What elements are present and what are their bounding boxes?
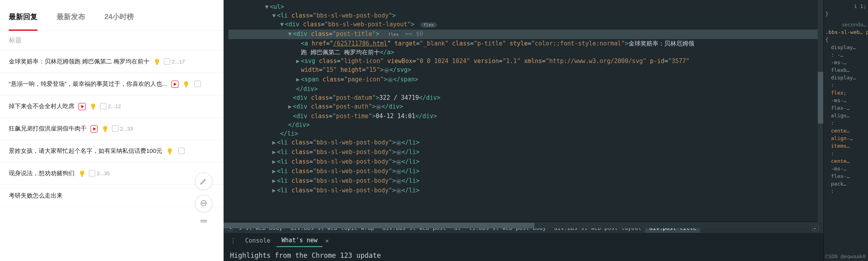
reply-count[interactable]: 2...33 <box>113 126 133 132</box>
stack-icon <box>165 59 170 65</box>
stack-icon <box>90 171 95 176</box>
svg-rect-5 <box>81 176 83 177</box>
tab-24h-rank[interactable]: 24小时榜 <box>104 12 134 26</box>
drawer-menu-icon[interactable]: ⋮ <box>228 237 239 245</box>
svg-rect-4 <box>169 154 171 154</box>
post-title[interactable]: 金球奖赔率：贝林厄姆领跑 姆巴佩第二 梅罗均在前十 <box>9 58 149 65</box>
svg-rect-0 <box>156 64 158 65</box>
flex-badge[interactable]: flex <box>420 22 437 28</box>
bulb-icon <box>90 103 97 110</box>
post-title[interactable]: 考研失败怎么走出来 <box>9 192 63 200</box>
bulb-icon <box>79 170 86 177</box>
play-icon[interactable] <box>171 81 179 88</box>
stack-icon <box>101 104 106 109</box>
vertical-scroll-thumb[interactable] <box>818 72 823 124</box>
post-title[interactable]: 掉下来会不会全村人吃席 <box>9 103 75 110</box>
watermark: CSDN @eqwaak0 <box>825 253 866 259</box>
stack-icon <box>179 148 185 154</box>
post-title[interactable]: 现身说法，想劝劝赌狗们 <box>9 170 75 177</box>
svg-point-8 <box>203 203 204 204</box>
post-row[interactable]: 现身说法，想劝劝赌狗们 2...35 <box>0 162 224 185</box>
svg-rect-3 <box>104 131 106 132</box>
reply-count[interactable]: 2...17 <box>165 59 185 65</box>
svg-point-7 <box>202 203 203 204</box>
forum-sidebar: 最新回复 最新发布 24小时榜 标题 金球奖赔率：贝林厄姆领跑 姆巴佩第二 梅罗… <box>0 0 224 261</box>
reply-count[interactable]: 2...12 <box>101 103 121 109</box>
svg-rect-1 <box>185 87 187 87</box>
comment-button[interactable] <box>195 195 212 212</box>
drawer-tab-whatsnew[interactable]: What's new <box>277 234 322 247</box>
bulb-icon <box>102 125 109 132</box>
title-filter-input[interactable]: 标题 <box>0 31 224 51</box>
drawer-tab-console[interactable]: Console <box>240 235 275 247</box>
play-icon[interactable] <box>90 125 98 132</box>
styles-panel[interactable]: i 1; } seconda… .bbs-sl-web… post-body .… <box>823 0 868 261</box>
devtools-drawer: ⋮ Console What's new ✕ Highlights from t… <box>224 233 823 261</box>
bulb-icon <box>166 148 173 155</box>
post-row[interactable]: 掉下来会不会全村人吃席 2...12 <box>0 95 224 118</box>
horizontal-scroll-thumb[interactable] <box>224 223 534 228</box>
elements-panel: ▼<ul> ▼<li class="bbs-sl-web-post-body">… <box>224 0 823 261</box>
post-title[interactable]: 景姓女孩，请大家帮忙起个名字，如有采纳私信话费100元 <box>9 147 162 155</box>
floating-toolbar <box>195 172 212 225</box>
more-tool-button[interactable] <box>195 217 212 225</box>
bulb-icon <box>153 58 161 65</box>
tab-bar: 最新回复 最新发布 24小时榜 <box>0 0 224 31</box>
post-row[interactable]: 考研失败怎么走出来 <box>0 185 224 207</box>
post-row[interactable]: 金球奖赔率：贝林厄姆领跑 姆巴佩第二 梅罗均在前十 2...17 <box>0 51 224 73</box>
drawer-tab-close-icon[interactable]: ✕ <box>324 237 330 244</box>
post-list: 金球奖赔率：贝林厄姆领跑 姆巴佩第二 梅罗均在前十 2...17“悬溺一响，纯爱… <box>0 51 224 207</box>
svg-rect-2 <box>92 109 94 110</box>
post-title[interactable]: “悬溺一响，纯爱登场”，最幸福的事莫过于，你喜欢的人也... <box>9 80 167 88</box>
reply-count[interactable]: 2...35 <box>90 170 110 176</box>
tab-latest-post[interactable]: 最新发布 <box>57 12 85 26</box>
drawer-headline: Highlights from the Chrome 123 update <box>224 247 823 261</box>
post-row[interactable]: 景姓女孩，请大家帮忙起个名字，如有采纳私信话费100元 <box>0 140 224 162</box>
devtools-panel: ▼<ul> ▼<li class="bbs-sl-web-post-body">… <box>224 0 868 261</box>
stack-icon <box>113 126 118 132</box>
play-icon[interactable] <box>79 103 86 110</box>
selected-dom-node[interactable]: ▼<div class="post-title"> flex == $0 <box>228 30 823 39</box>
post-row[interactable]: 狂飙兄弟打假洪崖洞假牛肉干 2...33 <box>0 118 224 140</box>
post-row[interactable]: “悬溺一响，纯爱登场”，最幸福的事莫过于，你喜欢的人也... <box>0 73 224 95</box>
tab-latest-reply[interactable]: 最新回复 <box>9 12 37 31</box>
stack-icon <box>195 81 201 87</box>
dom-tree[interactable]: ▼<ul> ▼<li class="bbs-sl-web-post-body">… <box>224 0 823 221</box>
post-title[interactable]: 狂飙兄弟打假洪崖洞假牛肉干 <box>9 125 86 132</box>
write-post-button[interactable] <box>195 172 212 190</box>
svg-point-9 <box>205 203 206 204</box>
bulb-icon <box>183 81 190 88</box>
ellipsis-icon[interactable]: ⋯ <box>384 68 390 73</box>
